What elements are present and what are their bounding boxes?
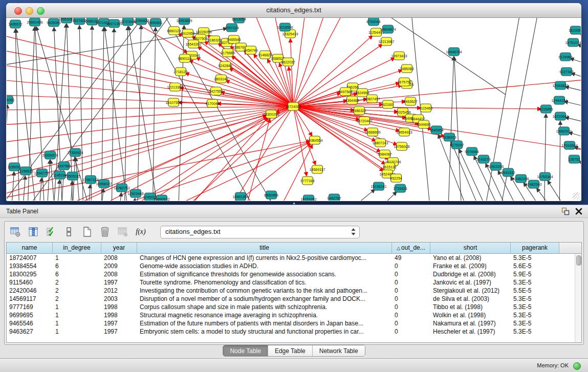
table-cell[interactable]: 2008 [101, 254, 137, 262]
table-row[interactable]: 911546021997Tourette syndrome. Phenomeno… [7, 278, 575, 287]
resize-grip[interactable] [573, 192, 580, 200]
table-cell[interactable]: 0 [392, 311, 430, 319]
table-row[interactable]: 1830029562008Estimation of significance … [7, 270, 575, 278]
table-cell[interactable]: Jankovic et al. (1997) [430, 278, 511, 287]
new-table-icon[interactable] [81, 226, 93, 237]
memory-status-indicator[interactable] [573, 362, 581, 370]
graph-edge[interactable] [293, 106, 315, 165]
table-cell[interactable]: 1 [53, 303, 101, 311]
table-cell[interactable]: Disruption of a novel member of a sodium… [137, 295, 392, 303]
graph-edge[interactable] [132, 199, 135, 201]
graph-edge[interactable] [365, 192, 397, 201]
column-header-name[interactable]: name [7, 243, 53, 254]
graph-edge[interactable] [565, 117, 581, 123]
table-cell[interactable]: 0 [392, 278, 430, 287]
table-cell[interactable]: 0 [392, 327, 430, 336]
graph-edge[interactable] [565, 86, 581, 93]
table-cell[interactable]: 6 [53, 270, 101, 278]
table-row[interactable]: 1456911722003Disruption of a novel membe… [7, 295, 575, 303]
table-cell[interactable]: 6 [53, 262, 101, 270]
table-cell[interactable]: Structural magnetic resonance image aver… [137, 311, 392, 319]
table-cell[interactable]: de Silva et al. (2003) [430, 295, 511, 303]
graph-edge[interactable] [104, 28, 129, 201]
graph-edge[interactable] [293, 79, 581, 106]
graph-edge[interactable] [544, 114, 546, 201]
table-cell[interactable]: 49 [392, 254, 430, 262]
tab-network-table[interactable]: Network Table [313, 345, 365, 356]
table-cell[interactable]: 5.9E-5 [511, 270, 559, 278]
graph-edge[interactable] [570, 58, 581, 65]
graph-edge[interactable] [124, 27, 128, 201]
graph-edge[interactable] [7, 141, 310, 200]
table-cell[interactable]: 2 [53, 295, 101, 303]
table-cell[interactable]: 1 [53, 254, 101, 262]
table-cell[interactable]: 9463627 [7, 327, 53, 336]
table-cell[interactable]: 5.3E-5 [511, 319, 559, 327]
table-cell[interactable]: 5.3E-5 [511, 327, 559, 336]
graph-edge[interactable] [101, 28, 104, 201]
table-row[interactable]: 946554611997Estimation of the future num… [7, 319, 575, 327]
graph-edge[interactable] [564, 101, 581, 107]
graph-edge[interactable] [548, 181, 575, 201]
table-cell[interactable]: 1998 [101, 303, 137, 311]
graph-edge[interactable] [572, 73, 581, 79]
graph-edge[interactable] [57, 180, 59, 201]
table-cell[interactable]: 1997 [101, 278, 137, 287]
network-window[interactable]: citations_edges.txt 18724007183002951938… [6, 3, 581, 201]
table-cell[interactable]: Yano et al. (2008) [430, 254, 511, 262]
network-canvas[interactable]: 1872400718300295193845548860123891295418… [7, 18, 581, 201]
graph-edge[interactable] [7, 106, 293, 110]
table-cell[interactable]: 0 [392, 287, 430, 295]
column-header-title[interactable]: title [137, 243, 392, 254]
network-graph[interactable]: 1872400718300295193845548860123891295418… [7, 18, 581, 201]
column-header-year[interactable]: year [101, 243, 137, 254]
table-cell[interactable]: 1997 [101, 327, 137, 336]
graph-edge[interactable] [569, 133, 581, 139]
table-vertical-scrollbar[interactable] [575, 254, 581, 342]
table-cell[interactable]: Estimation of significance thresholds fo… [137, 270, 392, 278]
table-cell[interactable]: Estimation of the future numbers of pati… [137, 319, 392, 327]
close-panel-icon[interactable] [575, 207, 583, 215]
table-cell[interactable]: 9465546 [7, 319, 53, 327]
table-selector-dropdown[interactable]: citations_edges.txt [160, 226, 360, 238]
table-cell[interactable]: 0 [392, 270, 430, 278]
table-cell[interactable]: 2003 [101, 295, 137, 303]
table-cell[interactable]: 9115460 [7, 278, 53, 287]
table-cell[interactable]: 0 [392, 303, 430, 311]
graph-edge[interactable] [109, 117, 267, 201]
table-cell[interactable]: Embryonic stem cells: a model to study s… [137, 327, 392, 336]
table-cell[interactable]: 2008 [101, 270, 137, 278]
table-cell[interactable]: Wolkin et al. (1998) [430, 311, 511, 319]
table-row[interactable]: 969969511998Structural magnetic resonanc… [7, 311, 575, 319]
show-columns-icon[interactable] [28, 226, 39, 237]
delete-table-icon[interactable] [99, 226, 111, 237]
table-cell[interactable]: 5.3E-5 [511, 295, 559, 303]
table-cell[interactable]: 9699695 [7, 311, 53, 319]
column-header-in_degree[interactable]: in_degree [53, 243, 101, 254]
table-cell[interactable]: Tibbo et al. (1998) [430, 303, 511, 311]
table-cell[interactable]: 0 [392, 295, 430, 303]
table-row[interactable]: 1872400712008Changes of HCN gene express… [7, 254, 575, 262]
column-header-out_de[interactable]: △out_de... [392, 243, 430, 254]
table-cell[interactable]: 2012 [101, 287, 137, 295]
table-cell[interactable]: Changes of HCN gene expression and I(f) … [137, 254, 392, 262]
float-panel-icon[interactable] [561, 207, 570, 215]
zoom-window-button[interactable] [37, 7, 45, 15]
table-cell[interactable]: 1997 [101, 319, 137, 327]
table-cell[interactable]: 9777169 [7, 303, 53, 311]
graph-edge[interactable] [112, 29, 114, 201]
table-cell[interactable]: 2 [53, 287, 101, 295]
column-header-short[interactable]: short [430, 243, 511, 254]
table-cell[interactable]: Hescheler et al. (1997) [430, 327, 511, 336]
table-cell[interactable]: Tourette syndrome. Phenomenology and cla… [137, 278, 392, 287]
select-all-icon[interactable] [46, 226, 57, 237]
table-row[interactable]: 946362711997Embryonic stem cells: a mode… [7, 327, 575, 336]
function-builder-icon[interactable]: f(x) [135, 226, 146, 237]
table-cell[interactable]: 14569117 [7, 295, 53, 303]
graph-edge[interactable] [273, 145, 312, 201]
table-cell[interactable]: 0 [392, 319, 430, 327]
table-cell[interactable]: 5.3E-5 [511, 311, 559, 319]
clear-selection-icon[interactable] [63, 226, 75, 237]
table-cell[interactable]: 1 [53, 311, 101, 319]
table-cell[interactable]: 1 [53, 327, 101, 336]
